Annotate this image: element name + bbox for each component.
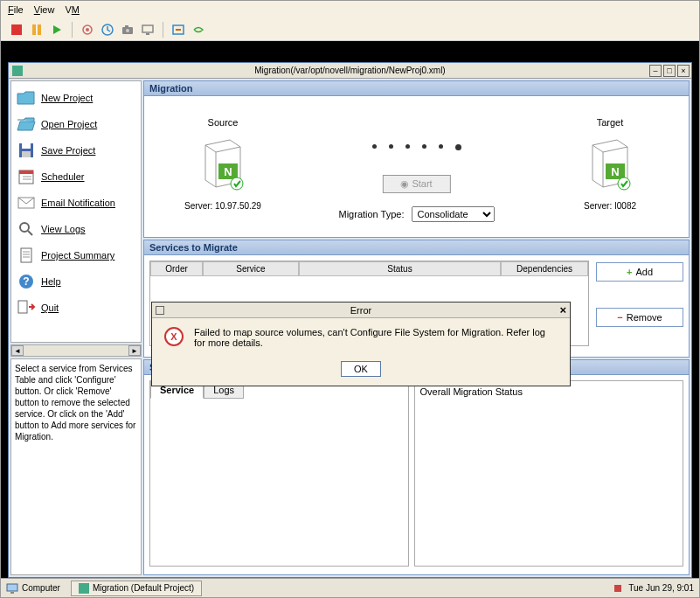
maximize-button[interactable]: □ xyxy=(663,65,676,77)
progress-dots xyxy=(372,144,461,150)
svg-line-23 xyxy=(28,231,32,235)
vm-toolbar xyxy=(1,18,699,41)
scroll-right[interactable]: ► xyxy=(128,345,141,356)
svg-rect-40 xyxy=(614,585,621,592)
app-task-icon xyxy=(79,583,89,594)
svg-rect-11 xyxy=(146,33,149,35)
svg-point-9 xyxy=(126,29,129,32)
svg-rect-16 xyxy=(22,151,31,157)
stop-icon[interactable] xyxy=(8,21,25,38)
server-target-icon: N xyxy=(584,135,636,192)
taskbar-computer[interactable]: Computer xyxy=(6,583,60,594)
close-button[interactable]: × xyxy=(677,65,690,77)
nav-help[interactable]: ?Help xyxy=(13,268,139,295)
svg-text:?: ? xyxy=(23,275,29,288)
target-label: Target xyxy=(549,117,671,128)
svg-rect-1 xyxy=(32,24,36,35)
col-deps[interactable]: Dependencies xyxy=(501,261,588,276)
camera-icon[interactable] xyxy=(119,21,136,38)
source-server-box: Source N Server: 10.97.50.29 xyxy=(162,117,284,211)
svg-point-22 xyxy=(20,223,29,232)
server-source-icon: N xyxy=(197,135,249,192)
menu-file[interactable]: File xyxy=(8,4,24,15)
app-icon xyxy=(12,66,23,76)
help-text: Select a service from Services Table and… xyxy=(10,358,142,575)
menu-view[interactable]: View xyxy=(34,4,55,15)
target-server-box: Target N Server: I0082 xyxy=(549,117,671,211)
services-header: Services to Migrate xyxy=(144,240,689,255)
svg-marker-3 xyxy=(53,25,61,34)
svg-point-33 xyxy=(231,177,243,190)
taskbar-clock: Tue Jun 29, 9:01 xyxy=(628,583,694,593)
nav-open-project[interactable]: Open Project xyxy=(13,111,139,137)
start-button[interactable]: ◉ Start xyxy=(382,175,450,193)
menu-vm[interactable]: VM xyxy=(65,4,80,15)
svg-rect-8 xyxy=(125,25,128,27)
error-dialog: Error × X Failed to map source volumes, … xyxy=(151,302,571,386)
dialog-titlebar: Error × xyxy=(152,302,570,318)
magnifier-icon xyxy=(17,219,36,239)
taskbar: Computer Migration (Default Project) Tue… xyxy=(1,578,699,597)
nav-email[interactable]: Email Notification xyxy=(13,190,139,216)
svg-point-5 xyxy=(86,28,89,31)
nav-logs[interactable]: View Logs xyxy=(13,216,139,242)
vm-menu-bar: File View VM xyxy=(1,1,699,18)
snapshot-icon[interactable] xyxy=(79,21,96,38)
svg-text:N: N xyxy=(611,165,619,178)
svg-rect-10 xyxy=(142,25,153,32)
col-order[interactable]: Order xyxy=(150,261,203,276)
document-icon xyxy=(17,246,36,265)
sidebar-scroll: ◄ ► xyxy=(10,344,142,357)
window-titlebar: Migration(/var/opt/novell/migration/NewP… xyxy=(9,63,691,79)
svg-rect-37 xyxy=(7,584,17,591)
fullscreen-icon[interactable] xyxy=(170,21,187,38)
svg-rect-2 xyxy=(38,24,41,35)
svg-point-36 xyxy=(618,177,630,190)
nav-save-project[interactable]: Save Project xyxy=(13,137,139,163)
migration-header: Migration xyxy=(144,81,689,96)
unity-icon[interactable] xyxy=(190,21,207,38)
overall-status-label: Overall Migration Status xyxy=(414,380,684,567)
migration-type-label: Migration Type: xyxy=(338,209,404,219)
help-icon: ? xyxy=(17,272,36,291)
svg-rect-24 xyxy=(21,248,31,262)
nav-quit[interactable]: Quit xyxy=(13,295,139,321)
svg-text:N: N xyxy=(224,165,232,178)
dialog-message: Failed to map source volumes, can't Conf… xyxy=(194,327,558,348)
sidebar-nav: New Project Open Project Save Project Sc… xyxy=(10,80,142,343)
nav-new-project[interactable]: New Project xyxy=(13,85,139,111)
dialog-sysmenu[interactable] xyxy=(156,306,164,315)
svg-rect-38 xyxy=(10,592,14,594)
source-server-info: Server: 10.97.50.29 xyxy=(162,201,284,211)
col-service[interactable]: Service xyxy=(203,261,299,276)
window-title: Migration(/var/opt/novell/migration/NewP… xyxy=(254,66,445,75)
taskbar-migration-app[interactable]: Migration (Default Project) xyxy=(71,581,202,596)
computer-icon xyxy=(6,583,18,594)
dialog-ok-button[interactable]: OK xyxy=(341,361,381,377)
migration-panel: Migration Source N Server: 10.97.50.29 ◉… xyxy=(143,80,690,238)
tray-icon[interactable] xyxy=(613,583,623,594)
svg-rect-13 xyxy=(12,66,23,76)
folder-new-icon xyxy=(17,88,36,108)
display-icon[interactable] xyxy=(139,21,156,38)
col-status[interactable]: Status xyxy=(299,261,501,276)
minimize-button[interactable]: – xyxy=(649,65,662,77)
nav-scheduler[interactable]: Scheduler xyxy=(13,163,139,190)
remove-button[interactable]: − Remove xyxy=(596,308,683,327)
play-icon[interactable] xyxy=(48,21,66,38)
email-icon xyxy=(17,193,36,212)
svg-rect-0 xyxy=(11,24,22,35)
scroll-left[interactable]: ◄ xyxy=(11,345,24,356)
migration-type-select[interactable]: Consolidate xyxy=(412,206,495,222)
clock-icon[interactable] xyxy=(99,21,116,38)
svg-rect-30 xyxy=(18,301,27,313)
dialog-title-text: Error xyxy=(350,305,371,316)
calendar-icon xyxy=(17,167,36,186)
pause-icon[interactable] xyxy=(28,21,45,38)
error-icon: X xyxy=(164,327,184,346)
add-button[interactable]: + Add xyxy=(596,262,683,282)
dialog-close-button[interactable]: × xyxy=(559,303,566,316)
quit-icon xyxy=(17,298,36,317)
nav-summary[interactable]: Project Summary xyxy=(13,242,139,268)
status-panel: Status Service Logs Overall Migration St… xyxy=(143,359,690,575)
